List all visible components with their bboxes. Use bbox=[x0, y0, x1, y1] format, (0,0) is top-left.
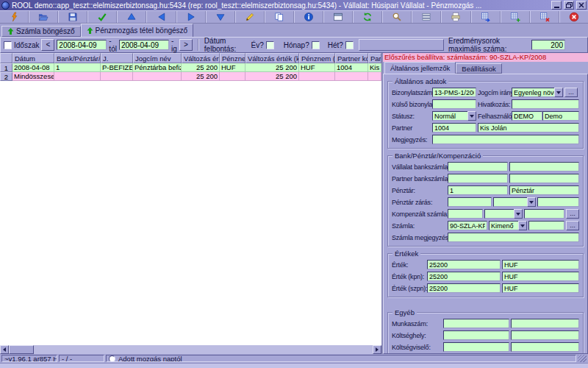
kompenzalt-szamla-input-1[interactable] bbox=[448, 209, 483, 219]
dropdown-arrow-icon[interactable] bbox=[518, 221, 527, 230]
date-from-input[interactable] bbox=[57, 40, 107, 50]
ertek-szpn-input[interactable] bbox=[427, 283, 501, 293]
scrollbar-track[interactable] bbox=[34, 345, 373, 354]
bizonylatszam-input[interactable] bbox=[432, 88, 476, 97]
col-valtozas-kpn[interactable]: Változás érték (kpn) bbox=[245, 53, 299, 63]
megjegyzes-input[interactable] bbox=[432, 135, 579, 144]
penztar-nev-input[interactable] bbox=[509, 185, 579, 195]
kompenzalt-szamla-select[interactable] bbox=[484, 209, 523, 219]
scrollbar-thumb[interactable] bbox=[9, 345, 34, 354]
szamla-megjegyzes-input[interactable] bbox=[448, 233, 579, 242]
col-jogcim[interactable]: Jogcím név bbox=[133, 53, 182, 63]
col-datum[interactable]: Dátum bbox=[12, 53, 54, 63]
table-row[interactable]: 1 2008-04-08 1 P-BEFIZETÉS Pénztárba bef… bbox=[0, 63, 381, 72]
dropdown-arrow-icon[interactable] bbox=[554, 88, 563, 97]
date-to-input[interactable] bbox=[119, 40, 169, 50]
ertek-input[interactable] bbox=[427, 260, 501, 269]
prev-period-button[interactable]: < bbox=[41, 39, 54, 51]
szamla-more-button[interactable]: ... bbox=[566, 221, 579, 230]
minimize-button[interactable] bbox=[551, 1, 562, 10]
open-button[interactable] bbox=[29, 11, 58, 23]
hivatkozas-input[interactable] bbox=[512, 99, 579, 109]
felhasznalo-kod-input[interactable] bbox=[512, 111, 542, 121]
statusz-select[interactable]: Normál bbox=[432, 111, 476, 121]
koltsegviselo-kod-input[interactable] bbox=[443, 342, 509, 352]
kompenzalt-szamla-more-button[interactable]: ... bbox=[566, 209, 579, 219]
penztar-kod-input[interactable] bbox=[448, 185, 508, 195]
munkaszam-kod-input[interactable] bbox=[443, 319, 509, 328]
jogcim-irany-select[interactable]: Egyenleg növelő bbox=[512, 88, 563, 97]
koltseghely-kod-input[interactable] bbox=[443, 330, 509, 340]
kulso-bizonylat-input[interactable] bbox=[432, 99, 476, 109]
partner-bankszamla-kod-input[interactable] bbox=[448, 174, 508, 183]
nav-up-button[interactable] bbox=[117, 11, 146, 23]
partner-bankszamla-nev-input[interactable] bbox=[509, 174, 579, 183]
het-checkbox[interactable] bbox=[345, 41, 354, 49]
window-button[interactable] bbox=[323, 11, 353, 23]
nav-down-button[interactable] bbox=[206, 11, 235, 23]
title-bar[interactable]: ROOL demo::app_teszt::elelmiszerbiztonsa… bbox=[0, 0, 588, 10]
col-j[interactable]: J. bbox=[101, 53, 133, 63]
dropdown-arrow-icon[interactable] bbox=[527, 197, 536, 207]
nav-left-button[interactable] bbox=[146, 11, 176, 23]
penztar-zaras-input-1[interactable] bbox=[448, 197, 492, 207]
koltseghely-nev-input[interactable] bbox=[511, 330, 579, 340]
next-period-button[interactable]: > bbox=[179, 39, 193, 51]
vallalat-bankszamla-kod-input[interactable] bbox=[448, 162, 508, 171]
save-button[interactable] bbox=[58, 11, 87, 23]
penztar-zaras-input-3[interactable] bbox=[537, 197, 579, 207]
print-button[interactable] bbox=[441, 11, 470, 23]
adott-mozgas-radio[interactable] bbox=[109, 355, 115, 362]
jogcim-more-button[interactable]: ... bbox=[564, 88, 578, 97]
run-button[interactable] bbox=[0, 11, 29, 23]
restore-button[interactable] bbox=[564, 1, 574, 10]
tab-szamla-bongeszo[interactable]: Számla böngésző bbox=[1, 26, 81, 37]
maxrows-input[interactable] bbox=[531, 40, 565, 50]
ertek-szpn-penznem-input[interactable] bbox=[502, 283, 579, 293]
table-total-row[interactable]: 2 Mindösszesen: 25 200 25 200 bbox=[0, 72, 381, 81]
col-penznem-kpn[interactable]: Pénznem (kpn) bbox=[299, 53, 335, 63]
felhasznalo-nev-input[interactable] bbox=[542, 111, 579, 121]
kompenzalt-szamla-input-3[interactable] bbox=[524, 209, 564, 219]
scroll-right-button[interactable] bbox=[373, 345, 381, 354]
table-append-button[interactable] bbox=[501, 11, 530, 23]
tab-beallitasok[interactable]: Beállítások bbox=[456, 63, 501, 74]
idoszak-checkbox[interactable] bbox=[4, 41, 12, 49]
resize-grip-icon[interactable] bbox=[578, 355, 587, 362]
szamla-extra-input[interactable] bbox=[528, 221, 564, 230]
ertek-kpn-input[interactable] bbox=[427, 272, 501, 281]
search-button[interactable] bbox=[382, 11, 412, 23]
close-button[interactable] bbox=[576, 1, 587, 10]
list-button[interactable] bbox=[412, 11, 441, 23]
koltsegviselo-nev-input[interactable] bbox=[511, 342, 579, 352]
ertek-penznem-input[interactable] bbox=[502, 260, 579, 269]
scroll-left-button[interactable] bbox=[0, 345, 9, 354]
vallalat-bankszamla-nev-input[interactable] bbox=[509, 162, 579, 171]
partner-kod-input[interactable] bbox=[432, 123, 476, 132]
tab-altalanos-jellemzok[interactable]: Általános jellemzők bbox=[384, 62, 456, 74]
col-valtozas[interactable]: Változás érték bbox=[182, 53, 220, 63]
tab-penzmozgas-tetel-bongeszo[interactable]: Pénzmozgás tétel böngésző bbox=[81, 24, 194, 37]
accept-button[interactable] bbox=[87, 11, 117, 23]
honap-checkbox[interactable] bbox=[312, 41, 320, 49]
ertek-kpn-penznem-input[interactable] bbox=[502, 272, 579, 281]
col-bank[interactable]: Bank/Pénztár/K. bbox=[54, 53, 101, 63]
szamla-irany-select[interactable]: Kimenő bbox=[489, 221, 527, 230]
ev-checkbox[interactable] bbox=[266, 41, 274, 49]
table-remove-button[interactable] bbox=[530, 11, 559, 23]
szamla-kod-input[interactable] bbox=[448, 221, 487, 230]
refresh-button[interactable] bbox=[353, 11, 382, 23]
penztar-zaras-select[interactable] bbox=[493, 197, 536, 207]
info-button[interactable] bbox=[294, 11, 323, 23]
dropdown-arrow-icon[interactable] bbox=[467, 111, 476, 121]
table-export-button[interactable] bbox=[471, 11, 501, 23]
col-partner[interactable]: Part bbox=[368, 53, 381, 63]
copy-button[interactable] bbox=[265, 11, 294, 23]
horizontal-scrollbar[interactable] bbox=[0, 345, 381, 354]
col-partner-kod[interactable]: Partner kód bbox=[335, 53, 368, 63]
edit-button[interactable] bbox=[235, 11, 265, 23]
close-form-button[interactable] bbox=[559, 11, 588, 23]
munkaszam-nev-input[interactable] bbox=[511, 319, 579, 328]
dropdown-arrow-icon[interactable] bbox=[514, 209, 523, 219]
nav-right-button[interactable] bbox=[176, 11, 206, 23]
